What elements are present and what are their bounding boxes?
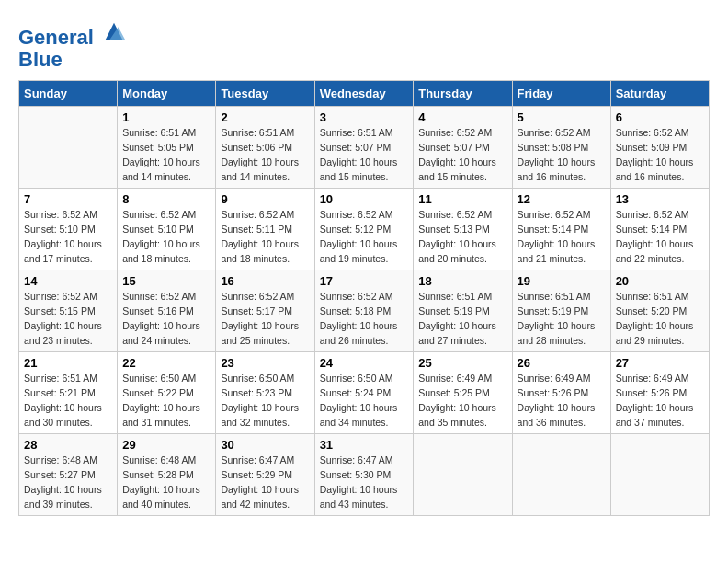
day-info: Sunrise: 6:51 AMSunset: 5:19 PMDaylight:… xyxy=(518,290,606,348)
day-info: Sunrise: 6:51 AMSunset: 5:07 PMDaylight:… xyxy=(320,126,409,184)
day-info: Sunrise: 6:52 AMSunset: 5:13 PMDaylight:… xyxy=(418,208,506,266)
calendar-cell: 13Sunrise: 6:52 AMSunset: 5:14 PMDayligh… xyxy=(610,189,709,270)
day-info: Sunrise: 6:49 AMSunset: 5:26 PMDaylight:… xyxy=(616,372,704,430)
day-info: Sunrise: 6:52 AMSunset: 5:11 PMDaylight:… xyxy=(221,208,309,266)
calendar-cell: 27Sunrise: 6:49 AMSunset: 5:26 PMDayligh… xyxy=(610,352,709,434)
calendar-cell: 26Sunrise: 6:49 AMSunset: 5:26 PMDayligh… xyxy=(512,352,610,434)
day-number: 23 xyxy=(221,356,309,370)
day-info: Sunrise: 6:52 AMSunset: 5:14 PMDaylight:… xyxy=(518,208,606,266)
day-number: 27 xyxy=(616,356,704,370)
day-info: Sunrise: 6:52 AMSunset: 5:09 PMDaylight:… xyxy=(616,126,704,184)
day-info: Sunrise: 6:51 AMSunset: 5:21 PMDaylight:… xyxy=(24,372,112,430)
calendar-cell: 5Sunrise: 6:52 AMSunset: 5:08 PMDaylight… xyxy=(512,107,610,189)
calendar-cell: 3Sunrise: 6:51 AMSunset: 5:07 PMDaylight… xyxy=(314,107,414,189)
calendar-cell xyxy=(19,107,118,189)
logo-blue: Blue xyxy=(18,48,63,71)
weekday-header-tuesday: Tuesday xyxy=(216,81,314,107)
day-number: 13 xyxy=(616,192,704,206)
day-number: 3 xyxy=(320,110,409,124)
calendar-cell: 21Sunrise: 6:51 AMSunset: 5:21 PMDayligh… xyxy=(19,352,118,434)
calendar-cell: 23Sunrise: 6:50 AMSunset: 5:23 PMDayligh… xyxy=(216,352,314,434)
calendar-cell: 8Sunrise: 6:52 AMSunset: 5:10 PMDaylight… xyxy=(118,189,216,270)
week-row-3: 14Sunrise: 6:52 AMSunset: 5:15 PMDayligh… xyxy=(19,270,710,352)
day-number: 22 xyxy=(122,356,210,370)
weekday-header-sunday: Sunday xyxy=(19,81,118,107)
day-info: Sunrise: 6:52 AMSunset: 5:10 PMDaylight:… xyxy=(24,208,112,266)
calendar-cell: 31Sunrise: 6:47 AMSunset: 5:30 PMDayligh… xyxy=(314,434,414,516)
week-row-1: 1Sunrise: 6:51 AMSunset: 5:05 PMDaylight… xyxy=(19,107,710,189)
calendar-cell: 6Sunrise: 6:52 AMSunset: 5:09 PMDaylight… xyxy=(610,107,709,189)
calendar-cell: 29Sunrise: 6:48 AMSunset: 5:28 PMDayligh… xyxy=(118,434,216,516)
day-number: 15 xyxy=(122,274,210,288)
day-number: 16 xyxy=(221,274,309,288)
weekday-header-row: SundayMondayTuesdayWednesdayThursdayFrid… xyxy=(19,81,710,107)
day-info: Sunrise: 6:52 AMSunset: 5:12 PMDaylight:… xyxy=(320,208,409,266)
week-row-2: 7Sunrise: 6:52 AMSunset: 5:10 PMDaylight… xyxy=(19,189,710,270)
day-info: Sunrise: 6:48 AMSunset: 5:28 PMDaylight:… xyxy=(122,454,210,511)
day-info: Sunrise: 6:52 AMSunset: 5:17 PMDaylight:… xyxy=(221,290,309,348)
calendar-cell xyxy=(610,434,709,516)
day-info: Sunrise: 6:49 AMSunset: 5:25 PMDaylight:… xyxy=(418,372,506,430)
calendar-table: SundayMondayTuesdayWednesdayThursdayFrid… xyxy=(18,80,710,516)
day-info: Sunrise: 6:52 AMSunset: 5:14 PMDaylight:… xyxy=(616,208,704,266)
calendar-cell: 22Sunrise: 6:50 AMSunset: 5:22 PMDayligh… xyxy=(118,352,216,434)
day-number: 29 xyxy=(122,438,210,452)
day-number: 12 xyxy=(518,192,606,206)
weekday-header-saturday: Saturday xyxy=(610,81,709,107)
day-info: Sunrise: 6:52 AMSunset: 5:08 PMDaylight:… xyxy=(518,126,606,184)
day-number: 4 xyxy=(418,110,506,124)
calendar-cell: 14Sunrise: 6:52 AMSunset: 5:15 PMDayligh… xyxy=(19,270,118,352)
day-number: 21 xyxy=(24,356,112,370)
calendar-cell: 30Sunrise: 6:47 AMSunset: 5:29 PMDayligh… xyxy=(216,434,314,516)
calendar-cell: 16Sunrise: 6:52 AMSunset: 5:17 PMDayligh… xyxy=(216,270,314,352)
day-number: 10 xyxy=(320,192,409,206)
day-number: 20 xyxy=(616,274,704,288)
day-number: 9 xyxy=(221,192,309,206)
day-info: Sunrise: 6:51 AMSunset: 5:19 PMDaylight:… xyxy=(418,290,506,348)
day-number: 5 xyxy=(518,110,606,124)
calendar-cell: 19Sunrise: 6:51 AMSunset: 5:19 PMDayligh… xyxy=(512,270,610,352)
calendar-cell: 18Sunrise: 6:51 AMSunset: 5:19 PMDayligh… xyxy=(414,270,512,352)
calendar-cell: 2Sunrise: 6:51 AMSunset: 5:06 PMDaylight… xyxy=(216,107,314,189)
calendar-cell xyxy=(414,434,512,516)
weekday-header-wednesday: Wednesday xyxy=(314,81,414,107)
day-info: Sunrise: 6:52 AMSunset: 5:15 PMDaylight:… xyxy=(24,290,112,348)
day-info: Sunrise: 6:51 AMSunset: 5:06 PMDaylight:… xyxy=(221,126,309,184)
calendar-cell: 20Sunrise: 6:51 AMSunset: 5:20 PMDayligh… xyxy=(610,270,709,352)
day-number: 1 xyxy=(122,110,210,124)
day-info: Sunrise: 6:50 AMSunset: 5:24 PMDaylight:… xyxy=(320,372,409,430)
day-number: 7 xyxy=(24,192,112,206)
weekday-header-friday: Friday xyxy=(512,81,610,107)
day-info: Sunrise: 6:52 AMSunset: 5:07 PMDaylight:… xyxy=(418,126,506,184)
week-row-5: 28Sunrise: 6:48 AMSunset: 5:27 PMDayligh… xyxy=(19,434,710,516)
weekday-header-monday: Monday xyxy=(118,81,216,107)
day-number: 24 xyxy=(320,356,409,370)
calendar-cell: 7Sunrise: 6:52 AMSunset: 5:10 PMDaylight… xyxy=(19,189,118,270)
calendar-cell: 24Sunrise: 6:50 AMSunset: 5:24 PMDayligh… xyxy=(314,352,414,434)
calendar-cell: 11Sunrise: 6:52 AMSunset: 5:13 PMDayligh… xyxy=(414,189,512,270)
logo: General Blue xyxy=(18,18,127,71)
day-info: Sunrise: 6:51 AMSunset: 5:20 PMDaylight:… xyxy=(616,290,704,348)
day-number: 17 xyxy=(320,274,409,288)
day-number: 19 xyxy=(518,274,606,288)
day-number: 31 xyxy=(320,438,409,452)
day-info: Sunrise: 6:47 AMSunset: 5:30 PMDaylight:… xyxy=(320,454,409,511)
calendar-cell: 28Sunrise: 6:48 AMSunset: 5:27 PMDayligh… xyxy=(19,434,118,516)
day-info: Sunrise: 6:52 AMSunset: 5:18 PMDaylight:… xyxy=(320,290,409,348)
calendar-cell: 12Sunrise: 6:52 AMSunset: 5:14 PMDayligh… xyxy=(512,189,610,270)
day-info: Sunrise: 6:50 AMSunset: 5:22 PMDaylight:… xyxy=(122,372,210,430)
day-number: 2 xyxy=(221,110,309,124)
day-info: Sunrise: 6:47 AMSunset: 5:29 PMDaylight:… xyxy=(221,454,309,511)
calendar-cell: 25Sunrise: 6:49 AMSunset: 5:25 PMDayligh… xyxy=(414,352,512,434)
day-number: 28 xyxy=(24,438,112,452)
day-info: Sunrise: 6:50 AMSunset: 5:23 PMDaylight:… xyxy=(221,372,309,430)
week-row-4: 21Sunrise: 6:51 AMSunset: 5:21 PMDayligh… xyxy=(19,352,710,434)
day-number: 8 xyxy=(122,192,210,206)
day-info: Sunrise: 6:49 AMSunset: 5:26 PMDaylight:… xyxy=(518,372,606,430)
day-number: 11 xyxy=(418,192,506,206)
day-number: 18 xyxy=(418,274,506,288)
day-number: 6 xyxy=(616,110,704,124)
calendar-cell: 1Sunrise: 6:51 AMSunset: 5:05 PMDaylight… xyxy=(118,107,216,189)
calendar-cell: 9Sunrise: 6:52 AMSunset: 5:11 PMDaylight… xyxy=(216,189,314,270)
day-info: Sunrise: 6:51 AMSunset: 5:05 PMDaylight:… xyxy=(122,126,210,184)
